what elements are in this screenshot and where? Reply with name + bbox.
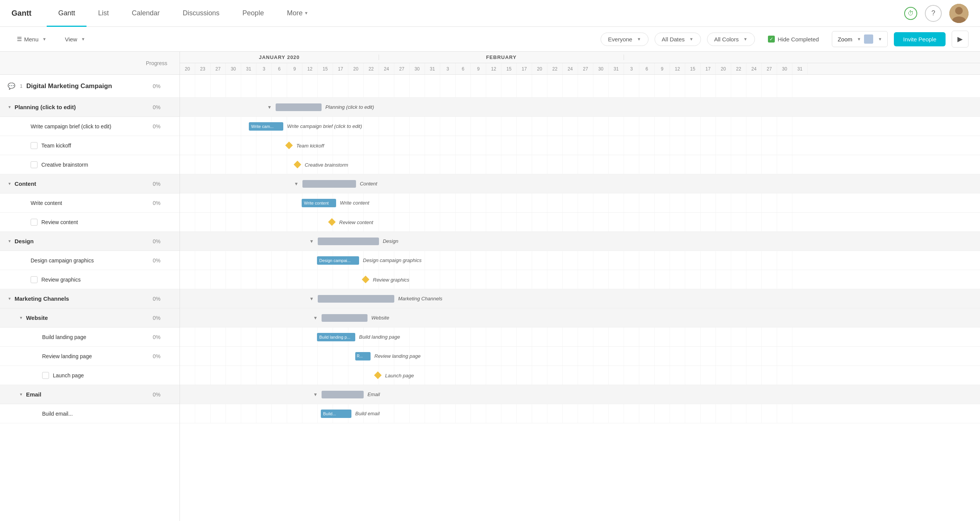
task-checkbox[interactable] (31, 276, 38, 283)
gantt-project-row (180, 75, 980, 98)
marketing-title: Marketing Channels (15, 295, 69, 302)
design-collapse-icon[interactable]: ▼ (8, 239, 11, 243)
section-website[interactable]: ▼ Website 0% (0, 308, 180, 328)
tab-calendar[interactable]: Calendar (120, 0, 171, 27)
task-write-campaign-brief[interactable]: Write campaign brief (click to edit) 0% (0, 117, 180, 136)
task-design-graphics[interactable]: Design campaign graphics 0% (0, 251, 180, 270)
write-campaign-bar[interactable]: Write cam... (249, 122, 283, 131)
task-name: Team kickoff (41, 143, 172, 149)
tab-gantt[interactable]: Gantt (47, 0, 87, 27)
date-cell: 23 (195, 63, 211, 74)
menu-icon: ☰ (17, 36, 22, 43)
content-bar-label: Content (360, 181, 377, 187)
task-write-content[interactable]: Write content 0% (0, 193, 180, 213)
tab-more[interactable]: More ▼ (275, 0, 320, 27)
task-name: Review graphics (41, 277, 172, 283)
task-creative-brainstorm[interactable]: Creative brainstorm (0, 155, 180, 174)
task-name: Build email... (42, 411, 141, 417)
review-graphics-label: Review graphics (373, 277, 409, 282)
gantt-review-landing: R... Review landing page (180, 347, 980, 366)
design-bar[interactable] (318, 238, 379, 245)
tab-discussions[interactable]: Discussions (171, 0, 231, 27)
section-email[interactable]: ▼ Email 0% (0, 385, 180, 404)
marketing-collapse-icon[interactable]: ▼ (8, 297, 11, 301)
marketing-bar[interactable] (318, 295, 394, 303)
section-content[interactable]: ▼ Content 0% (0, 174, 180, 193)
creative-brainstorm-milestone[interactable] (294, 161, 301, 169)
section-marketing-channels[interactable]: ▼ Marketing Channels 0% (0, 289, 180, 308)
email-collapse-icon[interactable]: ▼ (19, 392, 23, 396)
team-kickoff-milestone[interactable] (285, 142, 293, 149)
task-name: Launch page (53, 372, 172, 378)
task-progress: 0% (141, 123, 172, 129)
task-checkbox[interactable] (31, 161, 38, 168)
date-cell: 20 (180, 63, 195, 74)
task-review-landing-page[interactable]: Review landing page 0% (0, 347, 180, 366)
launch-page-milestone[interactable] (374, 372, 382, 379)
date-cell: 15 (501, 63, 517, 74)
website-collapse-gantt: ▼ (313, 315, 318, 321)
filter-dates[interactable]: All Dates ▼ (655, 33, 701, 46)
task-progress-header: Progress (141, 60, 172, 66)
invite-people-button[interactable]: Invite People (894, 32, 946, 46)
date-cell: 6 (456, 63, 471, 74)
task-list-panel: Progress 💬 1 Digital Marketing Campaign … (0, 52, 180, 521)
task-review-content[interactable]: Review content (0, 213, 180, 232)
toolbar-right: Everyone ▼ All Dates ▼ All Colors ▼ ✓ Hi… (601, 31, 969, 48)
filter-colors[interactable]: All Colors ▼ (707, 33, 755, 46)
section-design[interactable]: ▼ Design 0% (0, 232, 180, 251)
tab-list[interactable]: List (87, 0, 120, 27)
help-icon[interactable]: ? (925, 5, 942, 22)
filter-everyone[interactable]: Everyone ▼ (601, 33, 648, 46)
tab-people[interactable]: People (231, 0, 275, 27)
task-checkbox[interactable] (42, 372, 49, 379)
task-build-email[interactable]: Build email... (0, 404, 180, 423)
date-cell: 31 (425, 63, 440, 74)
task-build-landing-page[interactable]: Build landing page 0% (0, 328, 180, 347)
record-button[interactable]: ▶ (952, 31, 969, 48)
hide-completed-toggle[interactable]: ✓ Hide Completed (761, 33, 826, 46)
planning-collapse-icon[interactable]: ▼ (8, 105, 11, 109)
today-icon[interactable]: ⏱ (904, 7, 917, 20)
user-avatar[interactable] (949, 4, 969, 23)
website-collapse-icon[interactable]: ▼ (19, 316, 23, 320)
review-landing-bar[interactable]: R... (355, 352, 371, 360)
review-graphics-milestone[interactable] (362, 276, 369, 283)
planning-bar[interactable] (276, 103, 322, 111)
email-bar[interactable] (322, 391, 364, 398)
menu-button[interactable]: ☰ Menu ▼ (11, 33, 52, 46)
build-email-bar-container: Build... Build email (321, 410, 380, 418)
zoom-control[interactable]: Zoom ▼ ▼ (832, 31, 888, 47)
task-team-kickoff[interactable]: Team kickoff (0, 136, 180, 155)
build-landing-bar[interactable]: Build landing p... (317, 333, 355, 341)
colors-chevron: ▼ (743, 37, 748, 41)
gantt-review-content: Review content (180, 213, 980, 232)
view-chevron: ▼ (81, 37, 85, 41)
february-label: FEBRUARY (379, 54, 624, 60)
design-graphics-bar[interactable]: Design campai... (317, 256, 359, 265)
project-row[interactable]: 💬 1 Digital Marketing Campaign 0% (0, 75, 180, 98)
content-collapse-icon[interactable]: ▼ (8, 182, 11, 186)
task-checkbox[interactable] (31, 219, 38, 226)
date-cell: 15 (685, 63, 701, 74)
write-content-bar[interactable]: Write content (302, 199, 336, 207)
section-planning[interactable]: ▼ Planning (click to edit) 0% (0, 98, 180, 117)
gantt-chart: JANUARY 2020 FEBRUARY 20 23 27 30 31 3 6… (180, 52, 980, 521)
comment-icon[interactable]: 💬 (8, 82, 15, 90)
content-bar[interactable] (302, 180, 356, 188)
design-progress: 0% (141, 238, 172, 244)
website-bar[interactable] (322, 314, 368, 322)
task-list-header: Progress (0, 52, 180, 75)
website-title: Website (26, 315, 48, 321)
view-button[interactable]: View ▼ (59, 33, 90, 46)
content-gantt-bar-container: ▼ Content (294, 180, 377, 188)
review-content-milestone[interactable] (328, 218, 336, 226)
task-review-graphics[interactable]: Review graphics (0, 270, 180, 289)
task-launch-page[interactable]: Launch page (0, 366, 180, 385)
task-checkbox[interactable] (31, 142, 38, 149)
date-cell: 12 (302, 63, 318, 74)
planning-bar-label: Planning (click to edit) (325, 104, 374, 110)
date-cell: 6 (272, 63, 287, 74)
build-email-bar[interactable]: Build... (321, 410, 351, 418)
review-content-container: Review content (329, 219, 373, 225)
